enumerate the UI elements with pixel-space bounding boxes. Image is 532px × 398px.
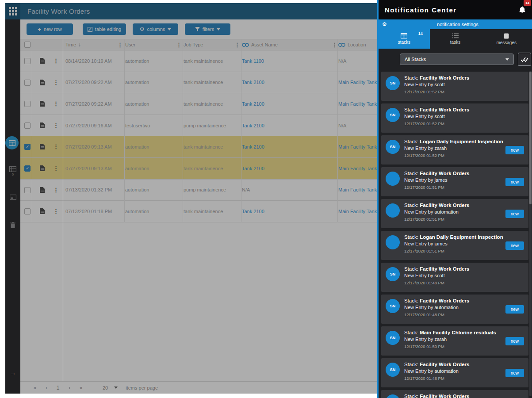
cell-time: 07/27/2020 09:13 AM (65, 136, 123, 157)
row-select-checkbox[interactable] (24, 165, 31, 172)
table-row[interactable]: ⋮07/27/2020 09:22 AMautomationtank maint… (20, 72, 377, 94)
scrollbar-track[interactable] (529, 71, 532, 396)
column-header-asset-name[interactable]: Asset Name (242, 39, 278, 50)
notification-count-badge: 14 (524, 0, 531, 6)
notification-item[interactable]: SNStack: Facility Work OrdersNew Entry b… (381, 72, 528, 101)
document-icon[interactable] (40, 208, 45, 214)
tab-tasks[interactable]: tasks (430, 29, 481, 49)
column-menu-icon[interactable]: ⋮ (176, 42, 182, 48)
column-divider (124, 39, 125, 222)
notification-item[interactable]: SNStack: Facility Work OrdersNew Entry b… (381, 295, 528, 324)
document-icon[interactable] (40, 101, 45, 107)
document-icon[interactable] (40, 187, 45, 193)
row-select-checkbox[interactable] (24, 101, 31, 107)
cell-location[interactable]: Main Facility Tank (338, 93, 377, 115)
notification-item[interactable]: SNStack: Facility Work OrdersNew Entry b… (381, 103, 528, 133)
cell-location[interactable]: Main Facility Tank (338, 180, 377, 201)
document-icon[interactable] (40, 122, 45, 128)
row-menu-icon[interactable]: ⋮ (53, 208, 59, 214)
table-editing-button[interactable]: table editing (83, 23, 126, 35)
column-menu-icon[interactable]: ⋮ (234, 42, 240, 48)
notification-item[interactable]: SNStack: Facility Work OrdersNew Entry b… (381, 390, 528, 398)
table-row[interactable]: ⋮07/13/2020 01:32 PMautomationpump maint… (20, 180, 377, 201)
sidebar-item-card-view[interactable] (5, 195, 20, 200)
table-row[interactable]: ⋮07/27/2020 09:13 AMautomationtank maint… (20, 158, 377, 180)
row-select-checkbox[interactable] (24, 144, 31, 150)
table-row[interactable]: ⋮07/13/2020 01:18 PMautomationtank maint… (20, 201, 377, 222)
cell-asset-name[interactable]: Tank 2100 (242, 201, 328, 222)
column-header-job-type[interactable]: Job Type (184, 39, 203, 50)
page-size-select[interactable]: 20 (103, 385, 118, 390)
document-icon[interactable] (40, 58, 45, 64)
new-badge: new (505, 210, 524, 218)
prev-page-button[interactable]: ‹ (41, 385, 52, 391)
stack-name: Facility Work Orders (420, 298, 469, 303)
cell-location[interactable]: Main Facility Tank (338, 201, 377, 222)
notification-item[interactable]: Stack: Logan Daily Equipment InspectionN… (381, 231, 528, 260)
row-select-checkbox[interactable] (24, 58, 31, 64)
first-page-button[interactable]: « (29, 385, 41, 391)
column-menu-icon[interactable]: ⋮ (332, 42, 337, 48)
table-row[interactable]: ⋮07/27/2020 09:13 AMautomationtank maint… (20, 136, 377, 158)
row-select-checkbox[interactable] (24, 208, 31, 214)
trash-icon (10, 222, 15, 228)
columns-button[interactable]: ⚙ columns (133, 23, 178, 35)
notification-item[interactable]: SNStack: Main Facility Chlorine residual… (381, 326, 528, 356)
notification-item[interactable]: Stack: Facility Work OrdersNew Entry by … (381, 199, 528, 228)
row-select-checkbox[interactable] (24, 80, 31, 86)
sidebar-item-grid-queue[interactable]: 0 (5, 166, 20, 176)
cell-location[interactable]: Main Facility Tank (338, 158, 377, 179)
row-menu-icon[interactable]: ⋮ (53, 187, 59, 193)
cell-location[interactable]: Main Facility Tank (338, 72, 377, 93)
cell-asset-name[interactable]: Tank 2100 (242, 72, 328, 93)
bell-icon[interactable] (519, 6, 526, 14)
document-icon[interactable] (40, 80, 45, 85)
table-row[interactable]: ⋮08/14/2020 10:19 AMautomationtank maint… (20, 50, 377, 72)
notification-item[interactable]: Stack: Facility Work OrdersNew Entry by … (381, 167, 528, 196)
row-select-checkbox[interactable] (24, 122, 31, 129)
table-row[interactable]: ⋮07/27/2020 09:16 AMtestusertwopump main… (20, 115, 377, 137)
new-row-button[interactable]: + new row (27, 23, 73, 35)
row-menu-icon[interactable]: ⋮ (53, 122, 59, 128)
row-menu-icon[interactable]: ⋮ (53, 80, 59, 85)
column-header-time[interactable]: Time ↓ (65, 39, 81, 50)
grid-content-area: + new row table editing ⚙ columns filter… (20, 19, 377, 394)
sidebar-item-trash[interactable] (5, 222, 20, 228)
column-menu-icon[interactable]: ⋮ (117, 42, 123, 48)
document-icon[interactable] (40, 144, 45, 149)
tab-messages[interactable]: messages (481, 29, 532, 49)
row-menu-icon[interactable]: ⋮ (53, 144, 59, 149)
next-page-button[interactable]: › (64, 385, 75, 391)
notification-item[interactable]: SNStack: Facility Work OrdersNew Entry b… (381, 358, 528, 387)
tab-stacks[interactable]: stacks 14 (379, 29, 430, 49)
cell-asset-name[interactable]: Tank 2100 (242, 93, 328, 115)
notification-settings-button[interactable]: ⚙ notification settings (379, 19, 532, 29)
filters-button[interactable]: filters (185, 23, 230, 35)
row-menu-icon[interactable]: ⋮ (53, 101, 59, 107)
last-page-button[interactable]: » (75, 385, 87, 391)
cell-asset-name[interactable]: Tank 2100 (242, 136, 328, 157)
column-header-user[interactable]: User (125, 39, 135, 50)
cell-asset-name[interactable]: Tank 2100 (242, 158, 328, 179)
page: Facility Work Orders 0 → (0, 0, 532, 398)
row-menu-icon[interactable]: ⋮ (53, 165, 59, 171)
cell-asset-name[interactable]: Tank 1100 (242, 50, 328, 72)
sidebar-expand-button[interactable]: → (5, 369, 20, 376)
stack-filter-dropdown[interactable]: All Stacks (400, 54, 514, 65)
row-select-checkbox[interactable] (24, 187, 31, 193)
page-number[interactable]: 1 (52, 385, 64, 391)
cell-asset-name[interactable]: Tank 2100 (242, 115, 328, 136)
select-all-checkbox[interactable] (24, 42, 31, 48)
row-menu-icon[interactable]: ⋮ (53, 58, 59, 64)
column-header-location[interactable]: Location (338, 39, 366, 50)
new-badge: new (505, 305, 524, 314)
table-row[interactable]: ⋮07/27/2020 09:22 AMautomationtank maint… (20, 93, 377, 115)
mark-all-read-button[interactable] (518, 53, 531, 66)
sidebar-item-table-view-active[interactable] (5, 136, 20, 149)
notification-item[interactable]: SNStack: Facility Work OrdersNew Entry b… (381, 263, 528, 292)
document-icon[interactable] (40, 165, 45, 171)
notification-item[interactable]: SNStack: Logan Daily Equipment Inspectio… (381, 135, 528, 165)
cell-location[interactable]: Main Facility Tank (338, 136, 377, 157)
app-launcher-button[interactable] (5, 3, 20, 19)
scrollbar-thumb[interactable] (529, 72, 532, 204)
